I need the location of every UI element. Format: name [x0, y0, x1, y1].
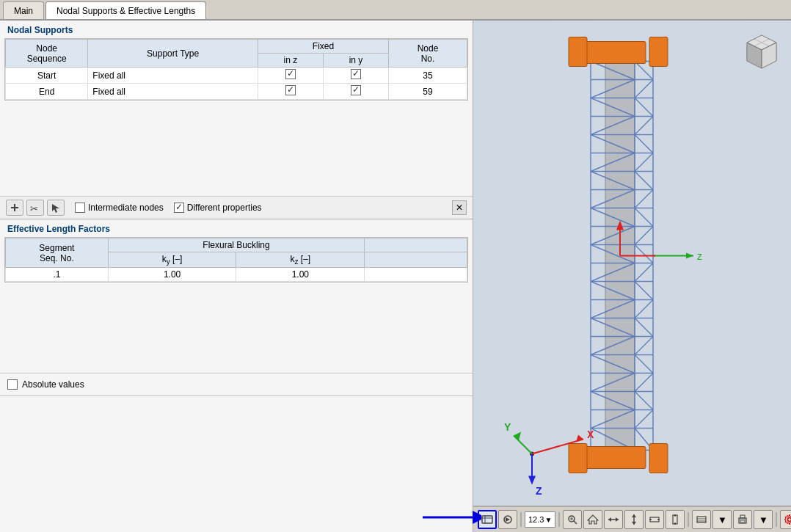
orientation-cube[interactable] — [740, 28, 784, 72]
blue-arrow-indicator — [473, 506, 481, 511]
separator-3 — [688, 512, 689, 527]
cell-fixed-y-end[interactable] — [324, 84, 389, 100]
toolbar-btn-settings[interactable] — [780, 510, 791, 529]
different-properties-checkbox[interactable] — [174, 203, 184, 213]
different-properties-group: Different properties — [174, 203, 262, 213]
zoom-value: 12.3 — [528, 515, 544, 524]
right-panel: X Y Z z — [473, 21, 791, 532]
svg-text:Z: Z — [536, 485, 542, 497]
toolbar-btn-pan-v[interactable] — [624, 510, 644, 529]
intermediate-nodes-label: Intermediate nodes — [88, 203, 164, 213]
separator-1 — [520, 512, 522, 527]
effective-length-title: Effective Length Factors — [0, 219, 473, 237]
col-node-sequence: NodeSequence — [6, 40, 88, 68]
checkbox-fixed-z-start[interactable] — [285, 69, 296, 79]
svg-marker-137 — [616, 517, 619, 522]
svg-rect-147 — [697, 517, 706, 522]
col-segment-seq: SegmentSeq. No. — [6, 238, 109, 268]
tool-btn-add[interactable] — [6, 200, 23, 216]
table-row: End Fixed all 59 — [6, 84, 467, 100]
cell-start: Start — [6, 68, 88, 84]
zoom-display: 12.3 ▼ — [525, 511, 555, 528]
svg-marker-136 — [608, 517, 611, 522]
home-icon — [587, 514, 599, 525]
cell-fixed-y-start[interactable] — [324, 68, 389, 84]
toolbar-btn-print[interactable] — [733, 510, 752, 529]
toolbar-btn-pan-h[interactable] — [604, 510, 623, 529]
cell-fixed-z-start[interactable] — [258, 68, 323, 84]
tab-main[interactable]: Main — [3, 1, 44, 19]
effective-length-table-wrapper: SegmentSeq. No. Flexural Buckling ky [–]… — [4, 237, 468, 283]
effective-length-table: SegmentSeq. No. Flexural Buckling ky [–]… — [5, 238, 467, 282]
col-kz: kz [–] — [236, 252, 365, 268]
settings-icon — [784, 514, 791, 525]
arrow-svg — [473, 506, 481, 528]
close-button[interactable]: ✕ — [452, 200, 467, 215]
nodal-supports-section: Nodal Supports NodeSequence Support Type… — [0, 21, 473, 219]
svg-marker-140 — [632, 522, 636, 525]
cell-extra-1 — [365, 268, 467, 282]
zoom-h-icon — [649, 514, 660, 525]
col-flexural-buckling: Flexural Buckling — [108, 238, 364, 252]
nodal-supports-table: NodeSequence Support Type Fixed NodeNo. … — [5, 39, 467, 100]
effective-length-section: Effective Length Factors SegmentSeq. No.… — [0, 219, 473, 373]
svg-text:z: z — [697, 250, 702, 262]
checkbox-fixed-z-end[interactable] — [285, 85, 296, 95]
toolbar-btn-zoom-v[interactable] — [666, 510, 685, 529]
col-fixed-y: in y — [324, 54, 389, 68]
toolbar-btn-home[interactable] — [583, 510, 602, 529]
zoom-fit-icon — [566, 514, 578, 525]
intermediate-nodes-checkbox[interactable] — [75, 203, 85, 213]
cell-end: End — [6, 84, 88, 100]
cell-segment-1: .1 — [6, 268, 109, 282]
svg-marker-3 — [52, 204, 59, 213]
svg-text:X: X — [587, 429, 594, 440]
checkbox-fixed-y-end[interactable] — [351, 85, 361, 95]
cell-kz-1: 1.00 — [236, 268, 365, 282]
svg-rect-95 — [580, 42, 646, 64]
svg-point-154 — [788, 518, 791, 522]
svg-marker-139 — [632, 514, 636, 517]
separator-2 — [558, 512, 560, 527]
svg-text:✂: ✂ — [30, 203, 38, 213]
col-fixed-header: Fixed — [258, 40, 388, 54]
cell-ky-1: 1.00 — [108, 268, 236, 282]
col-ky: ky [–] — [108, 252, 236, 268]
pan-v-icon — [628, 514, 640, 525]
svg-rect-152 — [740, 520, 745, 522]
left-panel: Nodal Supports NodeSequence Support Type… — [0, 21, 473, 532]
svg-rect-97 — [649, 37, 668, 67]
svg-rect-100 — [649, 444, 668, 473]
checkbox-fixed-y-start[interactable] — [351, 69, 361, 79]
col-support-type: Support Type — [88, 40, 258, 68]
toolbar-btn-render[interactable] — [498, 510, 517, 529]
zoom-v-icon — [669, 514, 681, 525]
toolbar-btn-layers[interactable] — [692, 510, 711, 529]
tab-nodal[interactable]: Nodal Supports & Effective Lengths — [45, 1, 206, 19]
toolbar-btn-zoom-fit[interactable] — [563, 510, 582, 529]
render-icon — [502, 514, 514, 525]
view-icon — [481, 514, 493, 525]
bottom-toolbar: 12.3 ▼ — [473, 506, 791, 532]
svg-rect-98 — [580, 447, 646, 469]
table-row: Start Fixed all 35 — [6, 68, 467, 84]
nodal-toolbar: ✂ Intermediate nodes Different propertie… — [0, 196, 473, 219]
toolbar-btn-layers2[interactable]: ▼ — [712, 510, 732, 529]
preview-area — [0, 396, 473, 532]
separator-4 — [776, 512, 777, 527]
print-icon — [737, 514, 748, 525]
absolute-values-section: Absolute values — [0, 373, 473, 396]
tool-btn-select[interactable] — [47, 200, 65, 216]
toolbar-btn-zoom-h[interactable] — [645, 510, 664, 529]
col-empty — [365, 238, 467, 252]
3d-viewport[interactable]: X Y Z z — [473, 21, 791, 506]
svg-rect-99 — [569, 444, 587, 473]
cell-node-no-end: 59 — [389, 84, 467, 100]
cube-svg — [740, 28, 784, 72]
absolute-values-checkbox[interactable] — [7, 379, 18, 390]
add-icon — [10, 203, 20, 213]
tool-btn-cut[interactable]: ✂ — [26, 200, 44, 216]
cell-fixed-z-end[interactable] — [258, 84, 323, 100]
cell-support-type-start: Fixed all — [88, 68, 258, 84]
toolbar-btn-print2[interactable]: ▼ — [754, 510, 773, 529]
